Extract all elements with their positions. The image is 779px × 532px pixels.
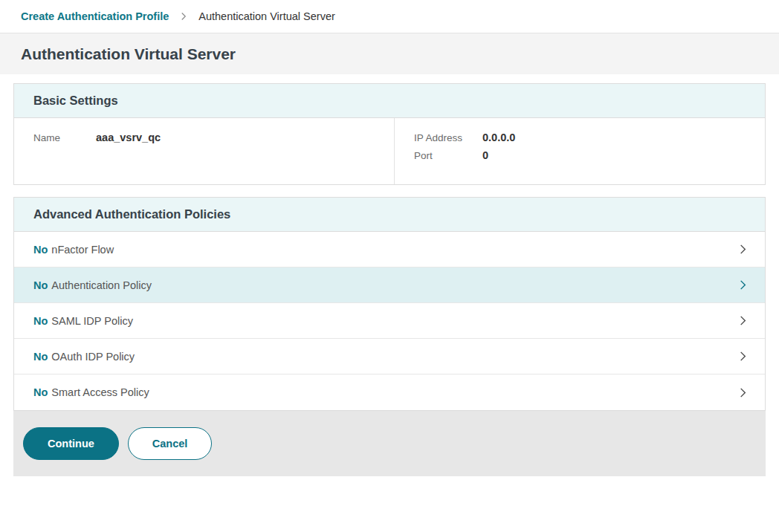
breadcrumb-current: Authentication Virtual Server xyxy=(198,10,335,22)
basic-settings-body: Name aaa_vsrv_qc IP Address 0.0.0.0 Port… xyxy=(14,118,765,184)
ip-address-value: 0.0.0.0 xyxy=(482,132,515,143)
policy-row-text: NoAuthentication Policy xyxy=(33,279,152,291)
port-label: Port xyxy=(414,150,472,161)
policy-count: No xyxy=(33,244,48,256)
policy-row-text: NoSAML IDP Policy xyxy=(33,315,133,327)
actions-bar: Continue Cancel xyxy=(13,411,766,476)
chevron-right-icon xyxy=(737,279,749,291)
policy-count: No xyxy=(33,351,48,363)
policy-count: No xyxy=(33,386,48,398)
breadcrumb-link-create-authentication-profile[interactable]: Create Authentication Profile xyxy=(21,10,169,22)
ip-address-field: IP Address 0.0.0.0 xyxy=(414,132,515,143)
name-field: Name aaa_vsrv_qc xyxy=(33,132,375,143)
policy-row-saml-idp-policy[interactable]: NoSAML IDP Policy xyxy=(14,303,765,339)
basic-settings-header: Basic Settings xyxy=(14,84,765,118)
chevron-right-icon xyxy=(737,351,749,362)
policy-label: Smart Access Policy xyxy=(51,386,149,398)
policy-row-authentication-policy[interactable]: NoAuthentication Policy xyxy=(14,267,765,303)
policy-label: OAuth IDP Policy xyxy=(51,351,135,363)
name-label: Name xyxy=(33,132,77,143)
policy-row-text: NonFactor Flow xyxy=(33,244,114,256)
policy-label: Authentication Policy xyxy=(51,279,152,291)
policy-row-smart-access-policy[interactable]: NoSmart Access Policy xyxy=(14,374,765,410)
advanced-policies-title: Advanced Authentication Policies xyxy=(33,207,230,221)
policy-count: No xyxy=(33,279,48,291)
basic-settings-panel: Basic Settings Name aaa_vsrv_qc IP Addre… xyxy=(13,83,766,185)
basic-settings-right-column: IP Address 0.0.0.0 Port 0 xyxy=(395,118,534,184)
policy-label: nFactor Flow xyxy=(51,244,114,256)
policy-row-text: NoOAuth IDP Policy xyxy=(33,351,135,363)
basic-settings-left-column: Name aaa_vsrv_qc xyxy=(14,118,395,184)
main-content: Basic Settings Name aaa_vsrv_qc IP Addre… xyxy=(0,74,779,411)
policy-row-text: NoSmart Access Policy xyxy=(33,386,149,398)
breadcrumb-separator-icon xyxy=(179,12,188,21)
policy-row-oauth-idp-policy[interactable]: NoOAuth IDP Policy xyxy=(14,339,765,374)
cancel-button[interactable]: Cancel xyxy=(128,427,213,460)
port-value: 0 xyxy=(482,149,488,161)
chevron-right-icon xyxy=(737,244,749,255)
chevron-right-icon xyxy=(737,315,749,326)
advanced-policies-header: Advanced Authentication Policies xyxy=(14,198,765,232)
port-field: Port 0 xyxy=(414,149,515,161)
advanced-policies-panel: Advanced Authentication Policies NonFact… xyxy=(13,197,766,411)
policy-row-nfactor-flow[interactable]: NonFactor Flow xyxy=(14,232,765,267)
page-title-bar: Authentication Virtual Server xyxy=(0,33,779,74)
basic-settings-title: Basic Settings xyxy=(33,94,118,108)
policy-label: SAML IDP Policy xyxy=(51,315,133,327)
chevron-right-icon xyxy=(737,387,749,398)
breadcrumb: Create Authentication Profile Authentica… xyxy=(0,0,779,33)
ip-address-label: IP Address xyxy=(414,132,472,143)
policy-count: No xyxy=(33,315,48,327)
continue-button[interactable]: Continue xyxy=(23,427,119,460)
name-value: aaa_vsrv_qc xyxy=(96,132,161,143)
page-title: Authentication Virtual Server xyxy=(21,45,236,63)
